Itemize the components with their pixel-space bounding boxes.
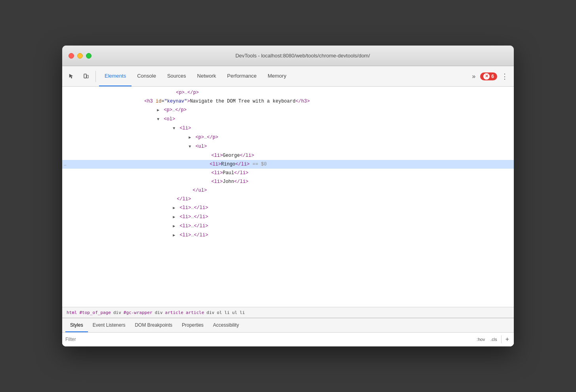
dom-line[interactable]: ▶ <p>…</p> [62, 133, 514, 142]
titlebar: DevTools - localhost:8080/web/tools/chro… [62, 46, 514, 66]
expand-triangle[interactable]: ▼ [171, 125, 177, 133]
tab-elements[interactable]: Elements [99, 66, 132, 86]
cls-button[interactable]: .cls [489, 336, 499, 343]
close-button[interactable] [69, 53, 74, 59]
dom-line[interactable]: <li>Paul</li> [62, 169, 514, 177]
breadcrumb-li1[interactable]: li [223, 310, 231, 315]
hov-button[interactable]: :hov [475, 336, 486, 343]
bottom-panel: Styles Event Listeners DOM Breakpoints P… [62, 318, 514, 346]
dom-line[interactable]: </ul> [62, 186, 514, 195]
menu-button[interactable]: ⋮ [499, 70, 511, 82]
minimize-button[interactable] [77, 53, 83, 59]
expand-triangle[interactable]: ▶ [171, 232, 177, 240]
breadcrumb-bar: html #top_of_page div #gc-wrapper div ar… [62, 307, 514, 318]
tab-console[interactable]: Console [132, 66, 162, 86]
main-tabs: Elements Console Sources Network Perform… [99, 66, 467, 86]
panel-tab-styles[interactable]: Styles [65, 318, 88, 332]
breadcrumb-html[interactable]: html [65, 310, 78, 315]
inspect-element-button[interactable] [65, 70, 78, 83]
main-content: <p>…</p> <h3 id="keynav">Navigate the DO… [62, 87, 514, 346]
dom-line[interactable]: ▶ <li>…</li> [62, 213, 514, 222]
tab-network[interactable]: Network [192, 66, 222, 86]
dom-line[interactable]: <p>…</p> [62, 88, 514, 97]
panel-tabs: Styles Event Listeners DOM Breakpoints P… [62, 318, 514, 333]
svg-rect-0 [84, 74, 86, 78]
breadcrumb-article1[interactable]: article [164, 310, 185, 315]
filter-divider [501, 335, 502, 343]
devtools-window: DevTools - localhost:8080/web/tools/chro… [62, 46, 514, 346]
breadcrumb-article2[interactable]: article [185, 310, 205, 315]
error-icon: ✕ [483, 73, 490, 80]
breadcrumb-ol[interactable]: ol [216, 310, 223, 315]
dom-line[interactable]: ▶ <li>…</li> [62, 231, 514, 240]
breadcrumb-ul[interactable]: ul [231, 310, 238, 315]
dom-tree[interactable]: <p>…</p> <h3 id="keynav">Navigate the DO… [62, 87, 514, 307]
dom-line[interactable]: ▼ <ol> [62, 115, 514, 124]
svg-rect-1 [87, 75, 88, 78]
dom-line[interactable]: ▶ <li>…</li> [62, 222, 514, 231]
expand-triangle[interactable]: ▶ [171, 213, 177, 221]
panel-tab-event-listeners[interactable]: Event Listeners [88, 318, 130, 332]
dom-line-selected[interactable]: … <li>Ringo</li> == $0 [62, 160, 514, 169]
more-tabs-button[interactable]: » [469, 66, 479, 86]
device-toolbar-button[interactable] [80, 70, 92, 83]
breadcrumb-li2[interactable]: li [238, 310, 246, 315]
dom-line[interactable]: ▼ <ul> [62, 142, 514, 151]
tab-sources[interactable]: Sources [162, 66, 192, 86]
breadcrumb-div3[interactable]: div [205, 310, 216, 315]
panel-tab-accessibility[interactable]: Accessibility [208, 318, 244, 332]
breadcrumb-gc-wrapper[interactable]: #gc-wrapper [122, 310, 154, 315]
expand-triangle[interactable]: ▶ [171, 223, 177, 230]
dom-line[interactable]: ▼ <li> [62, 124, 514, 133]
breadcrumb-div1[interactable]: div [112, 310, 122, 315]
device-icon [83, 73, 89, 80]
dom-line[interactable]: <li>George</li> [62, 151, 514, 160]
tab-memory[interactable]: Memory [262, 66, 292, 86]
breadcrumb-div2[interactable]: div [154, 310, 164, 315]
maximize-button[interactable] [86, 53, 92, 59]
dom-line[interactable]: <h3 id="keynav">Navigate the DOM Tree wi… [62, 97, 514, 106]
add-style-rule-button[interactable]: + [504, 335, 511, 344]
expand-triangle[interactable]: ▼ [187, 143, 193, 151]
dom-line[interactable]: ▶ <li>…</li> [62, 204, 514, 213]
toolbar: Elements Console Sources Network Perform… [62, 66, 514, 87]
cursor-icon [69, 73, 75, 80]
filter-bar: :hov .cls + [62, 333, 514, 346]
panel-tab-properties[interactable]: Properties [177, 318, 208, 332]
toolbar-separator [95, 71, 96, 82]
window-title: DevTools - localhost:8080/web/tools/chro… [98, 53, 507, 59]
filter-controls: :hov .cls + [475, 335, 511, 344]
expand-triangle[interactable]: ▼ [155, 116, 161, 124]
breadcrumb-top-of-page[interactable]: #top_of_page [78, 310, 112, 315]
dom-line[interactable]: ▶ <p>…</p> [62, 106, 514, 115]
toolbar-right: ✕ 6 ⋮ [480, 70, 511, 82]
expand-triangle[interactable]: ▶ [171, 204, 177, 212]
panel-tab-dom-breakpoints[interactable]: DOM Breakpoints [130, 318, 177, 332]
expand-triangle[interactable]: ▶ [155, 107, 161, 114]
filter-input[interactable] [65, 337, 472, 342]
traffic-lights [69, 53, 92, 59]
error-badge[interactable]: ✕ 6 [480, 72, 497, 80]
dom-line[interactable]: </li> [62, 195, 514, 204]
dots-indicator: … [62, 162, 67, 167]
dom-line[interactable]: <li>John</li> [62, 177, 514, 186]
tab-performance[interactable]: Performance [221, 66, 262, 86]
expand-triangle[interactable]: ▶ [187, 134, 193, 142]
